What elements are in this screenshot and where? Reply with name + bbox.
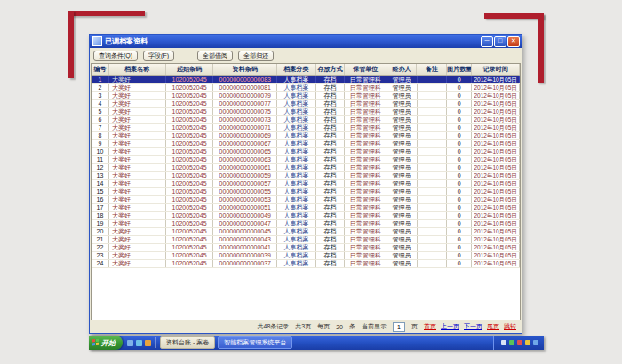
table-cell: 0	[447, 204, 472, 211]
table-cell: 18	[92, 212, 109, 219]
antivirus-icon[interactable]	[509, 340, 514, 345]
table-row[interactable]: 20大奖好1020052045000000000000045人事档案存档日常管理…	[92, 228, 520, 236]
table-cell: 19	[92, 220, 109, 227]
start-button[interactable]: 开始	[89, 336, 123, 350]
column-header[interactable]: 存放方式	[316, 64, 345, 75]
table-row[interactable]: 5大奖好1020052045000000000000075人事档案存档日常管理科…	[92, 108, 520, 116]
borrow-all-button[interactable]: 全部借阅	[197, 51, 233, 61]
column-header[interactable]: 资料条码	[213, 64, 277, 75]
pagination-link[interactable]: 尾页	[487, 322, 499, 331]
media-player-icon[interactable]	[145, 340, 151, 346]
table-row[interactable]: 12大奖好1020052045000000000000061人事档案存档日常管理…	[92, 164, 520, 172]
show-desktop-icon[interactable]	[127, 340, 133, 346]
table-cell: 大奖好	[109, 84, 166, 91]
table-cell: 管理员	[387, 228, 418, 235]
taskbar-task-button[interactable]: 智能档案管理系统平台	[218, 336, 292, 349]
windows-flag-icon	[92, 339, 100, 347]
column-header[interactable]: 档案分类	[277, 64, 316, 75]
column-header[interactable]: 保管单位	[345, 64, 387, 75]
pagination-link[interactable]: 跳转	[504, 322, 516, 331]
table-cell: 0	[447, 220, 472, 227]
table-cell: 存档	[316, 188, 345, 195]
table-row[interactable]: 14大奖好1020052045000000000000057人事档案存档日常管理…	[92, 180, 520, 188]
table-cell: 人事档案	[277, 220, 316, 227]
return-all-button[interactable]: 全部归还	[238, 51, 274, 61]
column-header[interactable]: 起始条码	[166, 64, 214, 75]
column-header[interactable]: 经办人	[387, 64, 418, 75]
per-page-label: 每页	[317, 322, 330, 331]
pagination-link[interactable]: 下一页	[464, 322, 482, 331]
table-cell: 2012年10月05日	[472, 236, 520, 243]
table-row[interactable]: 10大奖好1020052045000000000000065人事档案存档日常管理…	[92, 148, 520, 156]
table-row[interactable]: 17大奖好1020052045000000000000051人事档案存档日常管理…	[92, 204, 520, 212]
table-cell: 2012年10月05日	[472, 172, 520, 179]
query-conditions-button[interactable]: 查询条件(Q)	[93, 51, 138, 61]
table-cell: 000000000000041	[213, 244, 277, 251]
app-icon	[92, 36, 102, 46]
table-cell: 2012年10月05日	[472, 132, 520, 139]
table-row[interactable]: 21大奖好1020052045000000000000043人事档案存档日常管理…	[92, 236, 520, 244]
message-icon[interactable]	[517, 340, 522, 345]
table-row[interactable]: 15大奖好1020052045000000000000055人事档案存档日常管理…	[92, 188, 520, 196]
taskbar-task-button[interactable]: 资料台账 - 案卷	[160, 336, 215, 349]
column-header[interactable]: 备注	[417, 64, 447, 75]
page-number-input[interactable]	[393, 322, 405, 332]
volume-icon[interactable]	[501, 340, 506, 345]
maximize-button[interactable]: □	[494, 36, 506, 47]
column-header[interactable]: 编号	[92, 64, 109, 75]
network-icon[interactable]	[525, 340, 530, 345]
table-cell: 人事档案	[277, 244, 316, 251]
table-cell: 日常管理科	[345, 124, 387, 131]
table-row[interactable]: 6大奖好1020052045000000000000073人事档案存档日常管理科…	[92, 116, 520, 124]
table-cell: 000000000000053	[213, 196, 277, 203]
table-cell: 12	[92, 164, 109, 171]
table-row[interactable]: 2大奖好1020052045000000000000081人事档案存档日常管理科…	[92, 84, 520, 92]
column-header[interactable]: 记录时间	[472, 64, 520, 75]
table-cell: 1020052045	[166, 252, 214, 259]
table-cell: 管理员	[387, 140, 418, 147]
table-cell: 日常管理科	[345, 108, 387, 115]
table-cell: 日常管理科	[345, 180, 387, 187]
table-row[interactable]: 8大奖好1020052045000000000000069人事档案存档日常管理科…	[92, 132, 520, 140]
column-header[interactable]: 档案名称	[109, 64, 166, 75]
table-row[interactable]: 4大奖好1020052045000000000000077人事档案存档日常管理科…	[92, 100, 520, 108]
fields-button[interactable]: 字段(F)	[143, 51, 174, 61]
input-method-icon[interactable]	[533, 340, 538, 345]
table-cell: 3	[92, 92, 109, 99]
table-cell: 日常管理科	[345, 188, 387, 195]
table-row[interactable]: 11大奖好1020052045000000000000063人事档案存档日常管理…	[92, 156, 520, 164]
table-row[interactable]: 7大奖好1020052045000000000000071人事档案存档日常管理科…	[92, 124, 520, 132]
table-cell: 0	[447, 252, 472, 259]
table-cell: 2012年10月05日	[472, 108, 520, 115]
table-row[interactable]: 23大奖好1020052045000000000000039人事档案存档日常管理…	[92, 252, 520, 260]
table-cell: 1020052045	[166, 92, 214, 99]
pagination-link[interactable]: 首页	[424, 322, 436, 331]
table-cell: 人事档案	[277, 76, 316, 83]
table-row[interactable]: 13大奖好1020052045000000000000059人事档案存档日常管理…	[92, 172, 520, 180]
window-titlebar[interactable]: 已调档案资料 ─ □ ✕	[90, 35, 522, 48]
table-row[interactable]: 16大奖好1020052045000000000000053人事档案存档日常管理…	[92, 196, 520, 204]
table-cell: 大奖好	[109, 260, 166, 267]
table-cell: 000000000000039	[213, 252, 277, 259]
ie-browser-icon[interactable]	[136, 340, 142, 346]
table-cell: 2012年10月05日	[472, 148, 520, 155]
table-row[interactable]: 1大奖好1020052045000000000000083人事档案存档日常管理科…	[92, 76, 520, 84]
per-page-unit: 条	[349, 322, 355, 331]
pagination-link[interactable]: 上一页	[441, 322, 459, 331]
table-cell: 7	[92, 124, 109, 131]
table-cell: 2	[92, 84, 109, 91]
table-row[interactable]: 9大奖好1020052045000000000000067人事档案存档日常管理科…	[92, 140, 520, 148]
decorative-bracket-top-left-vertical	[68, 11, 74, 78]
table-cell: 0	[447, 132, 472, 139]
table-cell: 大奖好	[109, 92, 166, 99]
column-header[interactable]: 图片数量	[447, 64, 472, 75]
table-cell: 管理员	[387, 260, 418, 267]
table-row[interactable]: 22大奖好1020052045000000000000041人事档案存档日常管理…	[92, 244, 520, 252]
table-row[interactable]: 24大奖好1020052045000000000000037人事档案存档日常管理…	[92, 260, 520, 268]
close-button[interactable]: ✕	[507, 36, 520, 47]
table-row[interactable]: 19大奖好1020052045000000000000047人事档案存档日常管理…	[92, 220, 520, 228]
current-display-label: 当前显示	[362, 322, 387, 331]
table-row[interactable]: 18大奖好1020052045000000000000049人事档案存档日常管理…	[92, 212, 520, 220]
minimize-button[interactable]: ─	[481, 36, 493, 47]
table-row[interactable]: 3大奖好1020052045000000000000079人事档案存档日常管理科…	[92, 92, 520, 100]
